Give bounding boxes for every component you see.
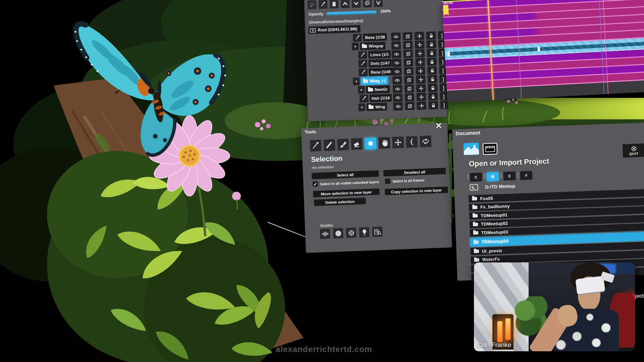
folder-name: Fx_badbunny <box>480 203 510 209</box>
clip-handle[interactable] <box>537 47 540 52</box>
move-icon[interactable] <box>416 67 425 75</box>
visibility-icon[interactable] <box>391 50 401 58</box>
layer-name-box[interactable]: Hair (1/18 <box>370 94 392 102</box>
cube-icon[interactable] <box>405 84 414 93</box>
webcam-overlay: Dan Franke <box>474 262 635 351</box>
layers-panel: Opacity 100% (drawcalls/strokes/triangle… <box>304 0 447 121</box>
quit-button[interactable]: QUIT <box>623 143 644 158</box>
lock-icon[interactable] <box>428 84 438 92</box>
visibility-icon[interactable] <box>393 94 403 102</box>
move-icon[interactable] <box>415 58 425 66</box>
cube-icon[interactable] <box>404 76 414 84</box>
light-guide-icon[interactable] <box>359 227 369 237</box>
root-layer-row[interactable]: Root (53/41.6K/1.9M) <box>308 25 361 34</box>
close-icon[interactable]: ✕ <box>435 122 442 130</box>
cube-icon[interactable] <box>405 93 415 102</box>
move-selection-button[interactable]: Move selection to new layer <box>313 188 380 197</box>
chevron-up-icon[interactable] <box>341 0 350 8</box>
drive-button-e[interactable]: E <box>503 171 516 180</box>
layer-name: Base (1/38 <box>365 35 385 40</box>
timeline-marker[interactable] <box>443 5 449 16</box>
cube-icon[interactable] <box>403 50 413 58</box>
visibility-icon[interactable] <box>391 41 401 50</box>
move-icon[interactable] <box>415 41 425 49</box>
hand-tool-icon[interactable] <box>378 137 390 149</box>
delete-selection-button[interactable]: Delete selection <box>314 198 366 206</box>
move-icon[interactable] <box>415 32 424 40</box>
visibility-icon[interactable] <box>393 85 402 93</box>
move-icon[interactable] <box>415 49 425 58</box>
expand-triangle-icon[interactable]: ▼ <box>352 43 359 51</box>
layer-name-box[interactable]: Lines (1/1 <box>368 50 391 59</box>
animation-tab-icon[interactable] <box>482 142 498 155</box>
cube-icon[interactable] <box>404 58 413 67</box>
trash-icon[interactable] <box>330 0 339 9</box>
cube-icon[interactable] <box>405 102 415 110</box>
opacity-slider[interactable] <box>327 11 376 15</box>
drive-button-c[interactable]: C <box>470 173 482 182</box>
cube-guide-icon[interactable] <box>346 228 357 238</box>
bend-tool-icon[interactable] <box>406 136 418 148</box>
clip-handle[interactable] <box>447 51 450 56</box>
document-panel: Document QUIT Open or Import Project CDE… <box>452 123 644 281</box>
cube-icon[interactable] <box>404 67 414 75</box>
lock-icon[interactable] <box>427 58 437 66</box>
paintbrush-tool-icon[interactable] <box>337 139 349 150</box>
reference-guide-icon[interactable] <box>372 227 382 237</box>
lock-icon[interactable] <box>427 40 436 49</box>
chevron-down-icon[interactable] <box>352 0 361 8</box>
checkbox-checked[interactable]: ✓ <box>313 181 318 187</box>
layer-name-box[interactable]: Wing_r ( <box>361 76 388 85</box>
deselect-all-button[interactable]: Deselect all <box>383 168 446 177</box>
cube-icon[interactable] <box>403 41 413 49</box>
transform-tool-icon[interactable] <box>392 136 404 148</box>
layer-name-box[interactable]: Dots (1/47 <box>368 59 392 67</box>
merge-icon[interactable] <box>374 0 383 7</box>
visibility-icon[interactable] <box>393 102 403 111</box>
layer-name-box[interactable]: NewGr <box>366 85 390 94</box>
copy-selection-button[interactable]: Copy selection to new layer <box>385 186 448 195</box>
lock-icon[interactable] <box>427 49 436 57</box>
move-icon[interactable] <box>417 102 426 110</box>
layer-name-box[interactable]: Wing <box>366 103 387 111</box>
visibility-icon[interactable] <box>392 59 401 67</box>
lasso-icon[interactable] <box>308 0 317 9</box>
marker-tool-icon[interactable] <box>323 139 335 151</box>
timeline-panel[interactable]: 00:00 <box>442 0 644 103</box>
move-icon[interactable] <box>417 93 426 101</box>
move-icon[interactable] <box>416 84 426 93</box>
selection-tool-icon[interactable] <box>365 137 376 149</box>
lock-icon[interactable] <box>428 93 438 101</box>
folder-up-button[interactable] <box>469 183 479 191</box>
move-icon[interactable] <box>416 75 426 84</box>
layer-name-box[interactable]: Base (1/49 <box>369 68 393 76</box>
cube-icon[interactable] <box>403 32 413 41</box>
duplicate-icon[interactable] <box>363 0 372 7</box>
visibility-icon[interactable] <box>392 67 402 76</box>
drive-button-f[interactable]: F <box>520 171 532 180</box>
drive-button-d[interactable]: D <box>487 172 499 181</box>
lock-icon[interactable] <box>426 32 436 40</box>
layer-name-box[interactable]: Wingup <box>360 42 386 50</box>
checkbox-unchecked[interactable] <box>385 179 390 184</box>
eraser-tool-icon[interactable] <box>351 138 363 150</box>
pen-icon[interactable] <box>319 0 328 9</box>
layer-name: Wing <box>375 104 385 109</box>
paint-tab-icon[interactable] <box>463 142 479 155</box>
select-all-button[interactable]: Select all <box>312 170 379 179</box>
expand-triangle-icon[interactable]: ▼ <box>353 77 360 85</box>
expand-triangle-icon[interactable]: ▼ <box>358 86 365 94</box>
stroke-layer-icon <box>360 95 369 103</box>
visibility-icon[interactable] <box>391 33 401 41</box>
pencil-tool-icon[interactable] <box>310 140 321 152</box>
visibility-icon[interactable] <box>392 76 402 84</box>
cycle-tool-icon[interactable] <box>420 135 431 147</box>
lock-icon[interactable] <box>428 101 438 110</box>
layer-name-box[interactable]: Base (1/38 <box>363 33 387 41</box>
sphere-guide-icon[interactable] <box>333 228 343 238</box>
lock-icon[interactable] <box>428 75 437 83</box>
plane-guide-icon[interactable] <box>320 229 330 239</box>
lock-icon[interactable] <box>427 66 437 75</box>
expand-triangle-icon[interactable]: ▼ <box>358 103 365 111</box>
layer-name: Hair (1/18 <box>372 96 390 101</box>
